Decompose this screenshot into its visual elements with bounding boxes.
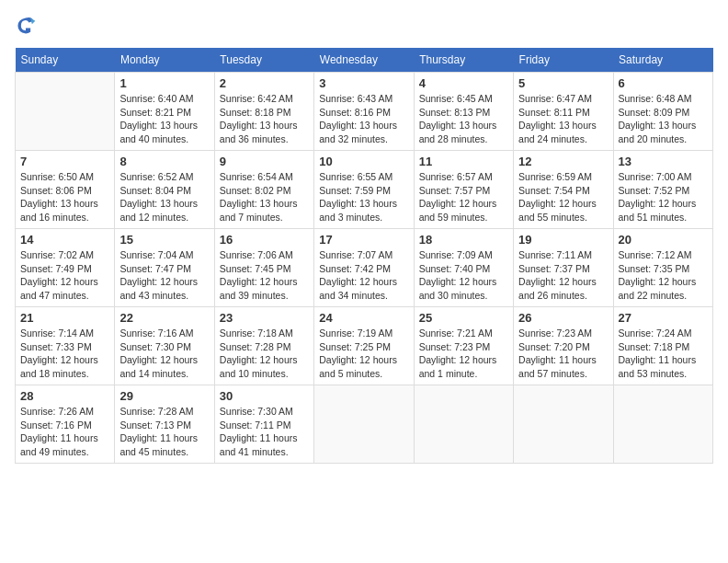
day-info: Sunrise: 7:00 AM Sunset: 7:52 PM Dayligh… (619, 170, 708, 224)
weekday-header-row: SundayMondayTuesdayWednesdayThursdayFrid… (16, 48, 713, 73)
day-number: 4 (419, 76, 508, 90)
logo (15, 15, 40, 37)
day-number: 1 (119, 76, 209, 90)
day-number: 18 (419, 233, 508, 247)
day-number: 30 (220, 389, 309, 403)
calendar-week-row: 28Sunrise: 7:26 AM Sunset: 7:16 PM Dayli… (16, 385, 713, 464)
calendar-cell: 24Sunrise: 7:19 AM Sunset: 7:25 PM Dayli… (314, 307, 414, 385)
day-info: Sunrise: 7:16 AM Sunset: 7:30 PM Dayligh… (119, 327, 209, 381)
day-info: Sunrise: 6:54 AM Sunset: 8:02 PM Dayligh… (220, 170, 309, 224)
day-info: Sunrise: 6:43 AM Sunset: 8:16 PM Dayligh… (319, 92, 408, 146)
calendar-table: SundayMondayTuesdayWednesdayThursdayFrid… (15, 48, 713, 464)
calendar-cell: 7Sunrise: 6:50 AM Sunset: 8:06 PM Daylig… (16, 151, 115, 229)
calendar-cell: 4Sunrise: 6:45 AM Sunset: 8:13 PM Daylig… (414, 73, 513, 151)
calendar-cell: 14Sunrise: 7:02 AM Sunset: 7:49 PM Dayli… (16, 229, 115, 307)
day-number: 14 (20, 233, 109, 247)
day-number: 19 (518, 233, 608, 247)
calendar-cell: 28Sunrise: 7:26 AM Sunset: 7:16 PM Dayli… (16, 385, 115, 464)
calendar-week-row: 7Sunrise: 6:50 AM Sunset: 8:06 PM Daylig… (16, 151, 713, 229)
day-number: 2 (220, 76, 309, 90)
day-number: 24 (319, 311, 408, 325)
day-number: 5 (518, 76, 608, 90)
day-number: 7 (20, 155, 109, 168)
calendar-cell: 15Sunrise: 7:04 AM Sunset: 7:47 PM Dayli… (115, 229, 214, 307)
day-number: 26 (518, 311, 608, 325)
day-number: 13 (619, 155, 708, 168)
day-info: Sunrise: 7:24 AM Sunset: 7:18 PM Dayligh… (619, 327, 708, 381)
calendar-cell: 9Sunrise: 6:54 AM Sunset: 8:02 PM Daylig… (214, 151, 313, 229)
calendar-cell: 11Sunrise: 6:57 AM Sunset: 7:57 PM Dayli… (414, 151, 513, 229)
day-number: 28 (20, 389, 109, 403)
calendar-cell: 30Sunrise: 7:30 AM Sunset: 7:11 PM Dayli… (214, 385, 313, 464)
calendar-cell: 8Sunrise: 6:52 AM Sunset: 8:04 PM Daylig… (115, 151, 214, 229)
day-info: Sunrise: 6:40 AM Sunset: 8:21 PM Dayligh… (119, 92, 209, 146)
calendar-cell: 10Sunrise: 6:55 AM Sunset: 7:59 PM Dayli… (314, 151, 414, 229)
calendar-cell (414, 385, 513, 464)
weekday-header-saturday: Saturday (613, 48, 712, 73)
day-number: 27 (619, 311, 708, 325)
day-info: Sunrise: 7:26 AM Sunset: 7:16 PM Dayligh… (20, 405, 109, 459)
calendar-cell: 13Sunrise: 7:00 AM Sunset: 7:52 PM Dayli… (613, 151, 712, 229)
calendar-cell: 26Sunrise: 7:23 AM Sunset: 7:20 PM Dayli… (514, 307, 613, 385)
day-number: 22 (119, 311, 209, 325)
calendar-week-row: 21Sunrise: 7:14 AM Sunset: 7:33 PM Dayli… (16, 307, 713, 385)
day-info: Sunrise: 7:07 AM Sunset: 7:42 PM Dayligh… (319, 248, 408, 303)
day-info: Sunrise: 6:55 AM Sunset: 7:59 PM Dayligh… (319, 170, 408, 224)
calendar-cell (16, 73, 115, 151)
day-info: Sunrise: 6:50 AM Sunset: 8:06 PM Dayligh… (20, 170, 109, 224)
day-number: 15 (119, 233, 209, 247)
calendar-cell: 20Sunrise: 7:12 AM Sunset: 7:35 PM Dayli… (613, 229, 712, 307)
day-number: 16 (220, 233, 309, 247)
calendar-cell: 29Sunrise: 7:28 AM Sunset: 7:13 PM Dayli… (115, 385, 214, 464)
day-info: Sunrise: 7:14 AM Sunset: 7:33 PM Dayligh… (20, 327, 109, 381)
day-info: Sunrise: 6:57 AM Sunset: 7:57 PM Dayligh… (419, 170, 508, 224)
calendar-cell: 23Sunrise: 7:18 AM Sunset: 7:28 PM Dayli… (214, 307, 313, 385)
calendar-week-row: 14Sunrise: 7:02 AM Sunset: 7:49 PM Dayli… (16, 229, 713, 307)
calendar-cell (613, 385, 712, 464)
day-number: 29 (119, 389, 209, 403)
day-number: 21 (20, 311, 109, 325)
day-number: 3 (319, 76, 408, 90)
day-number: 25 (419, 311, 508, 325)
calendar-cell: 22Sunrise: 7:16 AM Sunset: 7:30 PM Dayli… (115, 307, 214, 385)
calendar-cell: 12Sunrise: 6:59 AM Sunset: 7:54 PM Dayli… (514, 151, 613, 229)
day-info: Sunrise: 7:06 AM Sunset: 7:45 PM Dayligh… (220, 248, 309, 303)
weekday-header-monday: Monday (115, 48, 214, 73)
day-number: 23 (220, 311, 309, 325)
day-info: Sunrise: 6:59 AM Sunset: 7:54 PM Dayligh… (518, 170, 608, 224)
weekday-header-sunday: Sunday (16, 48, 115, 73)
logo-icon (15, 15, 37, 37)
calendar-cell (314, 385, 414, 464)
day-info: Sunrise: 6:45 AM Sunset: 8:13 PM Dayligh… (419, 92, 508, 146)
calendar-cell: 3Sunrise: 6:43 AM Sunset: 8:16 PM Daylig… (314, 73, 414, 151)
day-info: Sunrise: 6:52 AM Sunset: 8:04 PM Dayligh… (119, 170, 209, 224)
day-info: Sunrise: 7:04 AM Sunset: 7:47 PM Dayligh… (119, 248, 209, 303)
weekday-header-thursday: Thursday (414, 48, 513, 73)
calendar-cell (514, 385, 613, 464)
day-info: Sunrise: 7:21 AM Sunset: 7:23 PM Dayligh… (419, 327, 508, 381)
weekday-header-tuesday: Tuesday (214, 48, 313, 73)
day-info: Sunrise: 7:11 AM Sunset: 7:37 PM Dayligh… (518, 248, 608, 303)
day-number: 6 (619, 76, 708, 90)
calendar-cell: 25Sunrise: 7:21 AM Sunset: 7:23 PM Dayli… (414, 307, 513, 385)
day-info: Sunrise: 7:30 AM Sunset: 7:11 PM Dayligh… (220, 405, 309, 459)
day-number: 12 (518, 155, 608, 168)
day-info: Sunrise: 7:23 AM Sunset: 7:20 PM Dayligh… (518, 327, 608, 381)
day-number: 17 (319, 233, 408, 247)
day-info: Sunrise: 7:12 AM Sunset: 7:35 PM Dayligh… (619, 248, 708, 303)
day-number: 11 (419, 155, 508, 168)
day-info: Sunrise: 6:47 AM Sunset: 8:11 PM Dayligh… (518, 92, 608, 146)
day-info: Sunrise: 7:18 AM Sunset: 7:28 PM Dayligh… (220, 327, 309, 381)
weekday-header-friday: Friday (514, 48, 613, 73)
calendar-cell: 6Sunrise: 6:48 AM Sunset: 8:09 PM Daylig… (613, 73, 712, 151)
calendar-cell: 16Sunrise: 7:06 AM Sunset: 7:45 PM Dayli… (214, 229, 313, 307)
day-info: Sunrise: 6:42 AM Sunset: 8:18 PM Dayligh… (220, 92, 309, 146)
calendar-cell: 27Sunrise: 7:24 AM Sunset: 7:18 PM Dayli… (613, 307, 712, 385)
day-number: 20 (619, 233, 708, 247)
calendar-cell: 2Sunrise: 6:42 AM Sunset: 8:18 PM Daylig… (214, 73, 313, 151)
day-number: 9 (220, 155, 309, 168)
day-info: Sunrise: 7:02 AM Sunset: 7:49 PM Dayligh… (20, 248, 109, 303)
calendar-week-row: 1Sunrise: 6:40 AM Sunset: 8:21 PM Daylig… (16, 73, 713, 151)
day-info: Sunrise: 7:19 AM Sunset: 7:25 PM Dayligh… (319, 327, 408, 381)
day-info: Sunrise: 6:48 AM Sunset: 8:09 PM Dayligh… (619, 92, 708, 146)
